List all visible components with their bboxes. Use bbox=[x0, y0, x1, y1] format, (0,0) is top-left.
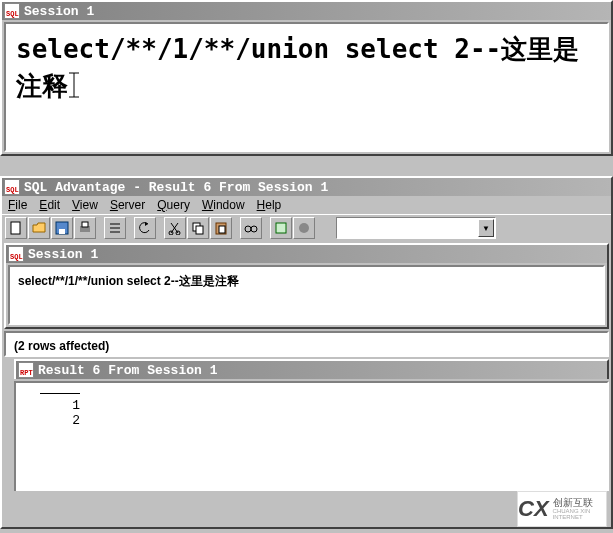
result-window: RPT Result 6 From Session 1 bbox=[14, 359, 609, 379]
menu-bar: File Edit View Server Query Window Help bbox=[2, 196, 611, 214]
cut-button[interactable] bbox=[164, 217, 186, 239]
svg-rect-3 bbox=[11, 222, 20, 234]
window-gap bbox=[0, 156, 613, 176]
print-button[interactable] bbox=[74, 217, 96, 239]
toolbar: ▼ bbox=[2, 214, 611, 241]
watermark-text-cn: 创新互联 bbox=[553, 498, 606, 508]
copy-button[interactable] bbox=[187, 217, 209, 239]
result-header-rule bbox=[40, 393, 80, 394]
open-button[interactable] bbox=[28, 217, 50, 239]
execute-icon bbox=[274, 221, 288, 235]
result-row: 2 bbox=[34, 413, 80, 428]
inner-sql-editor[interactable]: select/**/1/**/union select 2--这里是注释 bbox=[8, 265, 605, 325]
options-button[interactable] bbox=[104, 217, 126, 239]
sql-icon: SQL bbox=[4, 179, 20, 195]
sql-editor[interactable]: select/**/1/**/union select 2--这里是注释 bbox=[4, 22, 609, 152]
menu-view[interactable]: View bbox=[72, 198, 98, 212]
rows-affected-text: (2 rows affected) bbox=[14, 339, 109, 353]
inner-sql-text: select/**/1/**/union select 2--这里是注释 bbox=[18, 274, 239, 288]
app-title: SQL Advantage - Result 6 From Session 1 bbox=[24, 180, 328, 195]
menu-help[interactable]: Help bbox=[257, 198, 282, 212]
result-title: Result 6 From Session 1 bbox=[38, 363, 217, 378]
svg-rect-18 bbox=[219, 226, 225, 233]
new-file-icon bbox=[9, 221, 23, 235]
result-grid[interactable]: 1 2 bbox=[14, 381, 609, 491]
binoculars-icon bbox=[244, 221, 258, 235]
inner-session-window: SQL Session 1 select/**/1/**/union selec… bbox=[4, 243, 609, 329]
paste-button[interactable] bbox=[210, 217, 232, 239]
app-window: SQL SQL Advantage - Result 6 From Sessio… bbox=[0, 176, 613, 529]
menu-server[interactable]: Server bbox=[110, 198, 145, 212]
undo-button[interactable] bbox=[134, 217, 156, 239]
svg-rect-7 bbox=[82, 222, 88, 227]
print-icon bbox=[78, 221, 92, 235]
svg-rect-16 bbox=[196, 226, 203, 234]
cut-icon bbox=[168, 221, 182, 235]
database-combo[interactable]: ▼ bbox=[336, 217, 496, 239]
svg-rect-5 bbox=[59, 229, 65, 234]
watermark: CX 创新互联 CHUANG XIN INTERNET bbox=[517, 491, 607, 527]
save-button[interactable] bbox=[51, 217, 73, 239]
copy-icon bbox=[191, 221, 205, 235]
result-row: 1 bbox=[34, 398, 80, 413]
session-title: Session 1 bbox=[24, 4, 94, 19]
sql-icon: SQL bbox=[4, 3, 20, 19]
chevron-down-icon[interactable]: ▼ bbox=[478, 219, 494, 237]
find-button[interactable] bbox=[240, 217, 262, 239]
open-folder-icon bbox=[32, 221, 46, 235]
undo-icon bbox=[138, 221, 152, 235]
app-title-bar[interactable]: SQL SQL Advantage - Result 6 From Sessio… bbox=[2, 178, 611, 196]
svg-point-19 bbox=[245, 226, 251, 232]
menu-file[interactable]: File bbox=[8, 198, 27, 212]
result-status-area: (2 rows affected) bbox=[4, 331, 609, 357]
execute-button[interactable] bbox=[270, 217, 292, 239]
paste-icon bbox=[214, 221, 228, 235]
svg-point-22 bbox=[299, 223, 309, 233]
list-icon bbox=[108, 221, 122, 235]
menu-edit[interactable]: Edit bbox=[39, 198, 60, 212]
sql-icon: SQL bbox=[8, 246, 24, 262]
stop-button[interactable] bbox=[293, 217, 315, 239]
watermark-logo: CX bbox=[518, 496, 549, 522]
session-title-bar[interactable]: SQL Session 1 bbox=[2, 2, 611, 20]
save-icon bbox=[55, 221, 69, 235]
session-window: SQL Session 1 select/**/1/**/union selec… bbox=[0, 0, 613, 156]
record-icon bbox=[297, 221, 311, 235]
svg-point-20 bbox=[251, 226, 257, 232]
new-button[interactable] bbox=[5, 217, 27, 239]
watermark-text-en: CHUANG XIN INTERNET bbox=[553, 508, 606, 520]
result-title-bar[interactable]: RPT Result 6 From Session 1 bbox=[16, 361, 607, 379]
menu-window[interactable]: Window bbox=[202, 198, 245, 212]
inner-session-title: Session 1 bbox=[28, 247, 98, 262]
svg-rect-21 bbox=[276, 223, 286, 233]
menu-query[interactable]: Query bbox=[157, 198, 190, 212]
sql-text: select/**/1/**/union select 2--这里是注释 bbox=[16, 34, 579, 101]
text-caret-icon bbox=[68, 71, 80, 99]
report-icon: RPT bbox=[18, 362, 34, 378]
inner-session-title-bar[interactable]: SQL Session 1 bbox=[6, 245, 607, 263]
